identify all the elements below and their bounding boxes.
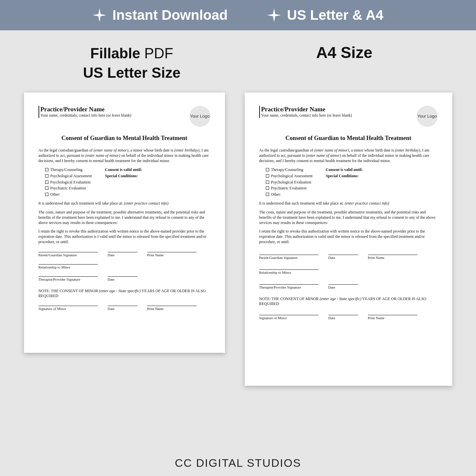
banner-item-download: Instant Download (93, 7, 228, 23)
logo-placeholder: Your Logo (417, 106, 438, 127)
page-previews: Practice/Provider Name Your name, creden… (0, 89, 476, 386)
sig-date: Date (108, 252, 137, 257)
intro-paragraph: As the legal custodian/guardian of (ente… (39, 148, 210, 164)
banner-item-sizes: US Letter & A4 (267, 7, 383, 23)
sig-parent: Parent/Guardian Signature (39, 252, 98, 257)
doc-title: Consent of Guardian to Mental Health Tre… (259, 135, 438, 142)
sig-minor: Signature of Minor (259, 315, 319, 320)
service-checklist: Therapy/Counseling Psychological Assessm… (266, 167, 313, 197)
location-paragraph: It is understood that such treatment wil… (259, 201, 438, 206)
page-us-letter: Practice/Provider Name Your name, creden… (24, 93, 225, 353)
sig-print: Print Name (147, 252, 197, 257)
sig-parent: Parent/Guardian Signature (259, 255, 319, 260)
minor-consent-note: NOTE: THE CONSENT OF MINOR (enter age - … (39, 289, 210, 298)
provider-name: Practice/Provider Name (41, 106, 131, 113)
risks-paragraph: The costs, nature and purpose of the tre… (259, 210, 438, 226)
sig-relationship: Relationship to Minor (259, 269, 319, 274)
promo-banner: Instant Download US Letter & A4 (0, 0, 476, 30)
sig-relationship: Relationship to Minor (39, 264, 98, 269)
consent-validity: Consent is valid until: Special Conditio… (105, 167, 142, 197)
service-checklist: Therapy/Counseling Psychological Assessm… (45, 167, 92, 197)
checkbox-icon[interactable] (45, 181, 48, 184)
logo-placeholder: Your Logo (189, 106, 210, 127)
page-a4: Practice/Provider Name Your name, creden… (245, 93, 452, 386)
provider-name: Practice/Provider Name (261, 106, 352, 113)
sig-print: Print Name (147, 306, 197, 311)
checkbox-icon[interactable] (45, 186, 48, 190)
checkbox-icon[interactable] (45, 168, 48, 171)
sig-date: Date (328, 315, 358, 320)
revoke-paragraph: I retain the right to revoke this author… (259, 229, 438, 245)
checkbox-icon[interactable] (266, 186, 269, 190)
provider-sub: Your name, credentials, contact info her… (41, 113, 131, 118)
label-us-letter: Fillable PDF US Letter Size (40, 43, 224, 83)
sig-therapist: Therapist/Provider Signature (39, 276, 98, 281)
consent-validity: Consent is valid until: Special Conditio… (326, 167, 363, 197)
sig-date: Date (108, 306, 137, 311)
sig-date: Date (328, 284, 358, 289)
doc-title: Consent of Guardian to Mental Health Tre… (39, 135, 210, 142)
sparkle-icon (93, 8, 106, 22)
banner-text-2: US Letter & A4 (287, 7, 383, 23)
size-labels: Fillable PDF US Letter Size A4 Size (0, 30, 476, 89)
sig-therapist: Therapist/Provider Signature (259, 284, 319, 289)
sig-date: Date (108, 276, 137, 281)
label-a4: A4 Size (252, 43, 436, 83)
location-paragraph: It is understood that such treatment wil… (39, 201, 210, 206)
brand-footer: CC DIGITAL STUDIOS (0, 457, 476, 469)
sig-minor: Signature of Minor (39, 306, 98, 311)
checkbox-icon[interactable] (266, 168, 269, 171)
provider-sub: Your name, credentials, contact info her… (261, 113, 352, 118)
checkbox-icon[interactable] (266, 181, 269, 184)
sig-date: Date (328, 255, 358, 260)
risks-paragraph: The costs, nature and purpose of the tre… (39, 210, 210, 226)
sparkle-icon (267, 8, 281, 22)
checkbox-icon[interactable] (45, 174, 48, 178)
sig-print: Print Name (368, 315, 417, 320)
banner-text-1: Instant Download (112, 7, 228, 23)
intro-paragraph: As the legal custodian/guardian of (ente… (259, 148, 438, 164)
minor-consent-note: NOTE: THE CONSENT OF MINOR (enter age - … (259, 296, 438, 306)
sig-print: Print Name (368, 255, 417, 260)
checkbox-icon[interactable] (266, 174, 269, 178)
revoke-paragraph: I retain the right to revoke this author… (39, 229, 210, 245)
checkbox-icon[interactable] (266, 193, 269, 196)
checkbox-icon[interactable] (45, 193, 48, 196)
